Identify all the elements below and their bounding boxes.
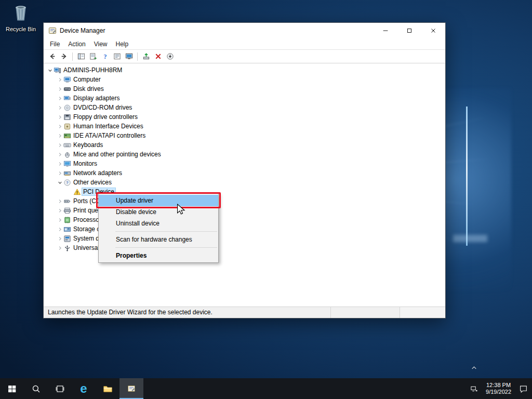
tree-item-display-adapters[interactable]: Display adapters — [44, 94, 445, 103]
uninstall-device-icon[interactable] — [152, 51, 164, 62]
chevron-right-icon[interactable] — [57, 171, 63, 176]
tree-root[interactable]: ADMINIS-PUHH8RM — [44, 65, 445, 75]
tree-item-label: Human Interface Devices — [72, 122, 145, 130]
chevron-right-icon[interactable] — [57, 77, 63, 82]
other-devices-icon: ? — [63, 179, 72, 187]
tree-item-label: Other devices — [72, 178, 113, 187]
monitor-icon — [63, 160, 72, 168]
disable-device-icon[interactable] — [164, 51, 176, 62]
chevron-right-icon[interactable] — [57, 227, 63, 232]
tree-item-ide-ata-atapi-controllers[interactable]: IDE ATA/ATAPI controllers — [44, 131, 445, 140]
taskbar-task-view-icon[interactable] — [48, 378, 72, 399]
remote-desktop-icon[interactable] — [123, 51, 135, 62]
context-menu-item-update-driver[interactable]: Update driver — [99, 195, 218, 206]
chevron-right-icon[interactable] — [57, 152, 63, 157]
tree-item-other-devices[interactable]: ?Other devices — [44, 178, 445, 187]
close-button[interactable] — [421, 23, 445, 38]
wallpaper-window-edge — [466, 107, 468, 246]
taskbar-clock[interactable]: 12:38 PM 9/19/2022 — [482, 382, 515, 395]
context-menu-item-disable-device[interactable]: Disable device — [99, 206, 218, 218]
chevron-down-icon[interactable] — [47, 68, 53, 73]
taskbar-device-manager-icon[interactable] — [119, 378, 143, 399]
chevron-right-icon[interactable] — [57, 143, 63, 148]
tree-item-label: Floppy drive controllers — [72, 113, 139, 121]
chevron-right-icon[interactable] — [57, 115, 63, 119]
menu-file[interactable]: File — [46, 38, 64, 50]
wallpaper-highlight — [453, 235, 487, 242]
recycle-bin[interactable]: Recycle Bin — [4, 3, 37, 32]
export-list-icon[interactable] — [87, 51, 99, 62]
chevron-down-icon[interactable] — [57, 180, 63, 185]
chevron-right-icon[interactable] — [57, 199, 63, 204]
mouse-icon — [63, 151, 72, 158]
ide-controller-icon — [63, 132, 72, 140]
tree-item-floppy-drive-controllers[interactable]: Floppy drive controllers — [44, 112, 445, 122]
tree-item-dvd-cd-rom-drives[interactable]: DVD/CD-ROM drives — [44, 103, 445, 112]
hidden-icons-chevron[interactable] — [467, 357, 481, 378]
tree-item-disk-drives[interactable]: Disk drives — [44, 84, 445, 94]
taskbar-buttons: e — [0, 378, 143, 399]
chevron-right-icon[interactable] — [57, 105, 63, 110]
tree-item-label: Disk drives — [72, 85, 105, 93]
device-tree: ADMINIS-PUHH8RMComputerDisk drivesDispla… — [44, 63, 445, 307]
display-adapter-icon — [63, 95, 72, 102]
menu-help[interactable]: Help — [112, 38, 133, 50]
system-device-icon — [63, 235, 72, 243]
taskbar-start-icon[interactable] — [0, 378, 24, 399]
menu-view[interactable]: View — [90, 38, 112, 50]
chevron-right-icon[interactable] — [57, 96, 63, 101]
chevron-right-icon[interactable] — [57, 162, 63, 166]
network-icon[interactable] — [467, 378, 481, 399]
context-menu-item-scan-for-hardware-changes[interactable]: Scan for hardware changes — [99, 234, 218, 245]
chevron-right-icon[interactable] — [57, 218, 63, 222]
tree-item-computer[interactable]: Computer — [44, 75, 445, 84]
tree-item-monitors[interactable]: Monitors — [44, 159, 445, 168]
print-queue-icon — [63, 207, 72, 215]
taskbar-edge-icon[interactable]: e — [72, 378, 96, 399]
context-menu-item-properties[interactable]: Properties — [99, 250, 218, 261]
tree-item-label: Display adapters — [72, 94, 121, 102]
floppy-controller-icon — [63, 113, 72, 121]
menu-action[interactable]: Action — [64, 38, 89, 50]
title-bar[interactable]: Device Manager — [44, 23, 445, 38]
tree-item-keyboards[interactable]: Keyboards — [44, 140, 445, 150]
tree-item-human-interface-devices[interactable]: Human Interface Devices — [44, 122, 445, 131]
help-icon[interactable]: ? — [99, 51, 111, 62]
action-center-icon[interactable] — [516, 378, 530, 399]
context-menu: Update driverDisable deviceUninstall dev… — [98, 193, 219, 263]
forward-icon[interactable] — [58, 51, 70, 62]
status-text: Launches the Update Driver Wizard for th… — [44, 307, 330, 318]
toolbar-separator — [72, 52, 73, 61]
minimize-button[interactable] — [374, 23, 397, 38]
warning-device-icon — [73, 188, 82, 196]
network-adapter-icon — [63, 169, 72, 177]
clock-time: 12:38 PM — [486, 382, 511, 389]
tree-item-network-adapters[interactable]: Network adapters — [44, 168, 445, 178]
tree-item-label: DVD/CD-ROM drives — [72, 103, 134, 112]
console-tree-icon[interactable] — [75, 51, 87, 62]
chevron-right-icon[interactable] — [57, 236, 63, 241]
recycle-bin-label: Recycle Bin — [4, 26, 37, 32]
update-driver-icon[interactable] — [140, 51, 152, 62]
menu-separator — [115, 247, 217, 248]
properties-icon[interactable] — [111, 51, 123, 62]
tree-item-mice-and-other-pointing-devices[interactable]: Mice and other pointing devices — [44, 150, 445, 159]
chevron-right-icon[interactable] — [57, 134, 63, 138]
clock-date: 9/19/2022 — [486, 389, 511, 395]
maximize-button[interactable] — [397, 23, 421, 38]
context-menu-item-uninstall-device[interactable]: Uninstall device — [99, 218, 218, 229]
status-pane — [400, 307, 445, 318]
usb-controller-icon — [63, 244, 72, 252]
taskbar-file-explorer-icon[interactable] — [96, 378, 119, 399]
chevron-right-icon[interactable] — [57, 246, 63, 250]
menu-separator — [115, 231, 217, 232]
taskbar-search-icon[interactable] — [24, 378, 48, 399]
chevron-right-icon[interactable] — [57, 124, 63, 129]
status-bar: Launches the Update Driver Wizard for th… — [44, 307, 445, 318]
back-icon[interactable] — [46, 51, 58, 62]
chevron-right-icon[interactable] — [57, 208, 63, 213]
chevron-right-icon[interactable] — [57, 87, 63, 91]
window-controls — [374, 23, 445, 38]
device-manager-icon — [48, 26, 57, 35]
svg-text:?: ? — [103, 53, 107, 60]
